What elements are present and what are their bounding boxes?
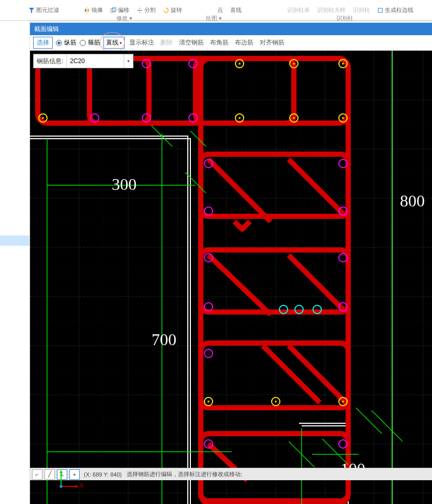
corner-rebar-button[interactable]: 布角筋 <box>208 38 230 47</box>
offset-button[interactable]: 偏移 <box>110 6 129 14</box>
show-annot-button[interactable]: 显示标注 <box>128 38 156 47</box>
rebar-info-dropdown[interactable]: ▾ <box>124 54 133 68</box>
rebar-info-panel: 钢筋信息: ▾ <box>33 54 133 68</box>
rotate-icon <box>163 7 169 13</box>
radio-checked-icon <box>56 40 62 46</box>
rebar-info-input[interactable] <box>67 54 124 68</box>
svg-point-70 <box>42 117 44 119</box>
mirror-button[interactable]: 镜像 <box>84 6 103 14</box>
radio-unchecked-icon <box>80 40 86 46</box>
ribbon-toolbar: 图元过滤 镜像 偏移 分割 旋转 点 直线 识别柱表 识别柱大样 识别柱 生成柱… <box>0 0 432 21</box>
split-icon <box>137 7 143 13</box>
split-button[interactable]: 分割 <box>137 6 156 14</box>
sidebar-selection[interactable] <box>0 235 29 246</box>
rec-col-button[interactable]: 识别柱 <box>353 6 370 14</box>
offset-icon <box>110 7 116 13</box>
svg-point-72 <box>293 63 295 65</box>
dim-300: 300 <box>112 175 137 194</box>
svg-point-71 <box>239 63 241 65</box>
left-sidebar <box>0 21 30 504</box>
gen-col-edge-button[interactable]: 生成柱边线 <box>377 6 413 14</box>
rebar-info-label: 钢筋信息: <box>34 54 67 68</box>
rec-col-annot-button[interactable]: 识别柱大样 <box>317 6 346 14</box>
svg-point-75 <box>293 117 295 119</box>
filter-button[interactable]: 图元过滤 <box>28 6 59 14</box>
status-bar: ⌐ ╱ ⊥ + (X: 689 Y: 840) 选择钢筋进行编辑，选择标注进行修… <box>30 468 432 480</box>
snap-endpoint-icon[interactable]: ⌐ <box>32 469 42 480</box>
group-recognize-label: 识别柱 <box>336 14 353 22</box>
svg-point-74 <box>239 117 241 119</box>
align-rebar-button[interactable]: 对齐钢筋 <box>258 38 286 47</box>
svg-point-82 <box>59 485 63 488</box>
group-draw-label: 绘图 ▾ <box>206 14 222 22</box>
filter-icon <box>28 7 35 13</box>
dim-700: 700 <box>152 330 176 349</box>
clear-rebar-button[interactable]: 清空钢筋 <box>177 38 205 47</box>
section-drawing <box>30 51 432 504</box>
window-title-bar: 截面编辑 <box>30 23 432 35</box>
axis-x-label: X <box>80 482 83 488</box>
svg-point-77 <box>207 401 210 403</box>
status-coords: (X: 689 Y: 840) <box>84 471 122 478</box>
svg-point-76 <box>342 117 344 119</box>
drawing-canvas[interactable]: 300 700 800 100 <box>30 51 432 504</box>
longitudinal-radio[interactable]: 纵筋 <box>56 38 77 47</box>
rec-col-table-button[interactable]: 识别柱表 <box>287 6 310 14</box>
straight-line-dropdown[interactable]: 直线 <box>103 37 125 49</box>
editor-toolbar: 选择 纵筋 箍筋 直线 显示标注 删除 清空钢筋 布角筋 布边筋 对齐钢筋 <box>30 35 432 51</box>
status-hint: 选择钢筋进行编辑，选择标注进行修改或移动; <box>127 470 242 478</box>
column-edge-icon <box>377 7 383 13</box>
mirror-icon <box>84 7 90 13</box>
stirrup-radio[interactable]: 箍筋 <box>80 38 100 47</box>
window-title: 截面编辑 <box>34 25 59 34</box>
select-button[interactable]: 选择 <box>33 37 53 49</box>
svg-point-79 <box>342 401 344 403</box>
group-modify-label: 修改 ▾ <box>116 14 132 22</box>
delete-button[interactable]: 删除 <box>159 38 174 47</box>
edge-rebar-button[interactable]: 布边筋 <box>233 38 255 47</box>
svg-rect-2 <box>378 8 382 12</box>
axis-indicator: X <box>57 470 83 492</box>
svg-point-73 <box>342 63 344 65</box>
snap-diag-icon[interactable]: ╱ <box>44 469 55 480</box>
line-button[interactable]: 直线 <box>230 6 242 14</box>
point-button[interactable]: 点 <box>217 6 223 14</box>
dim-800: 800 <box>400 191 425 211</box>
rotate-button[interactable]: 旋转 <box>163 6 182 14</box>
svg-point-78 <box>275 401 277 403</box>
